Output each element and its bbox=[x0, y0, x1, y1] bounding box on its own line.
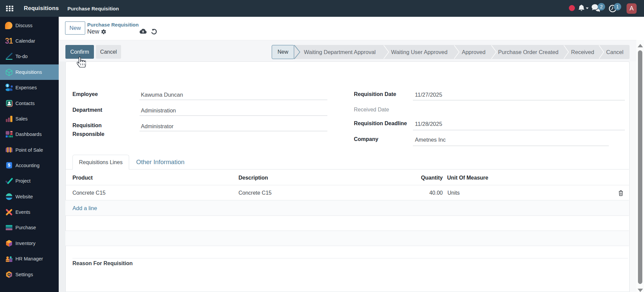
svg-text:$: $ bbox=[6, 84, 8, 87]
svg-text:$: $ bbox=[8, 162, 11, 167]
